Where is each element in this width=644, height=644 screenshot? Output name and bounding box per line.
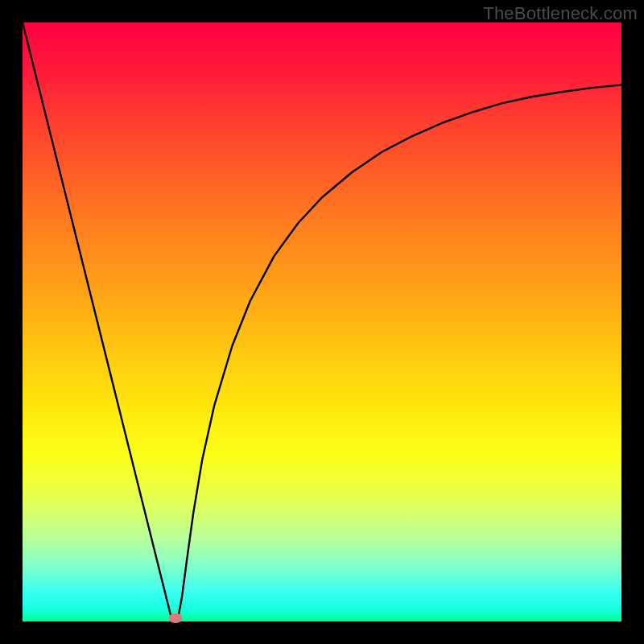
optimum-marker bbox=[169, 613, 182, 623]
watermark-text: TheBottleneck.com bbox=[483, 3, 638, 24]
chart-frame bbox=[23, 23, 621, 621]
bottleneck-curve bbox=[23, 23, 621, 621]
